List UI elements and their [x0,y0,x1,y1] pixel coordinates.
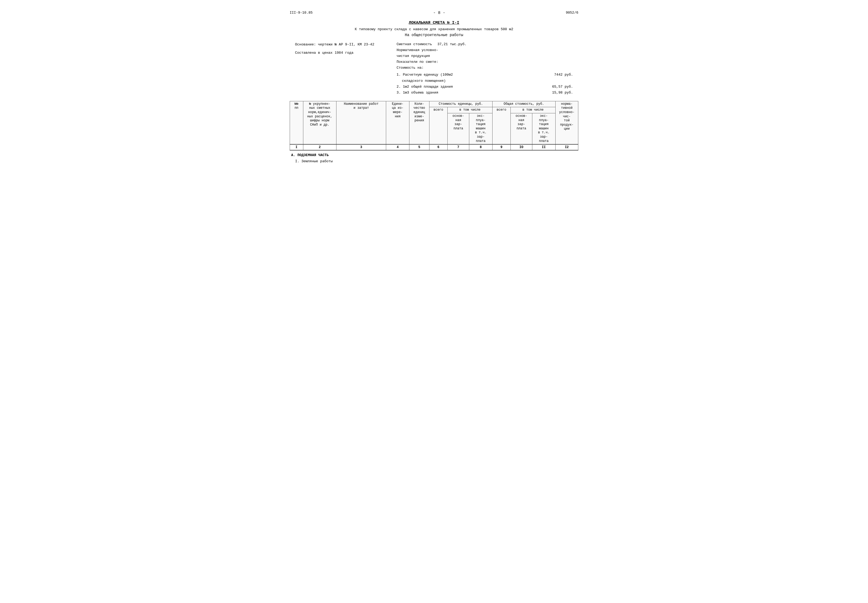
col-header-2: № укрупнен-ных сметныхнорм,единич-ных ра… [303,101,336,144]
subsection-1-label: I. Земляные работы [290,158,578,164]
col-header-3: Наименование работи затрат [336,101,386,144]
col-header-cost-total: Общая стоимость, руб. [492,101,555,107]
col-num-9: 9 [492,144,510,150]
col-num-11: II [532,144,555,150]
page-number: - 8 - [313,11,566,15]
cost-value: 37,21 тыс.руб. [437,42,466,47]
item1-sub: складского помещения) [402,78,446,84]
subtitle: К типовому проекту склада с навесом для … [290,27,578,31]
col-header-6: всего [429,107,447,144]
col-num-12: I2 [555,144,578,150]
item1-val: 7442 руб. [554,72,573,78]
cost-line: Сметная стоимость 37,21 тыс.руб. [397,42,573,47]
col-header-4: Едини-ца из-мере-ния [386,101,409,144]
col-header-9: всего [492,107,510,144]
subsection-1-header: I. Земляные работы [290,158,578,164]
section-a-label: А. ПОДЗЕМНАЯ ЧАСТЬ [290,150,578,158]
clean-label: чистая продукция [397,53,573,59]
normative-label: Нормативная условно- [397,47,573,53]
item3-label: 3. 1м3 объема здания [397,90,438,96]
basis-label: Основание: чертежи № АР 9-II, КМ 23-42 [295,42,386,48]
col-num-2: 2 [303,144,336,150]
section-a-header: А. ПОДЗЕМНАЯ ЧАСТЬ [290,150,578,158]
col-num-5: 5 [409,144,429,150]
col-num-4: 4 [386,144,409,150]
col-header-12: норма-тивнойусловно-чис-тойпродук-ции [555,101,578,144]
empty-row-1 [290,164,578,172]
title-section: ЛОКАЛЬНАЯ СМЕТА № I-I К типовому проекту… [290,20,578,37]
main-table: №№пп № укрупнен-ных сметныхнорм,единич-н… [290,101,578,172]
compiled-label: Составлена в ценах 1984 года [295,50,386,56]
col-header-in-that2: в том числе [511,107,556,113]
col-num-1: I [290,144,303,150]
work-type: На общестроительные работы [290,33,578,37]
col-num-10: IO [511,144,532,150]
col-num-3: 3 [336,144,386,150]
col-header-10: основ-наязар-плата [511,113,532,145]
col-header-cost-unit: Стоимость единицы, руб. [429,101,492,107]
col-header-11: экс-плуа-тациямашинв т.ч.зар-плата [532,113,555,145]
col-num-7: 7 [448,144,469,150]
col-num-8: 8 [469,144,492,150]
table-header-row1: №№пп № укрупнен-ных сметныхнорм,единич-н… [290,101,578,107]
col-num-6: 6 [429,144,447,150]
col-header-5: Коли-чествоединицизме-рения [409,101,429,144]
col-header-8: экс-плуа-тациямашинв т.ч.зар-плата [469,113,492,145]
indicators-label: Показатели по смете: [397,59,573,65]
doc-number: 9052/6 [566,11,578,15]
main-title: ЛОКАЛЬНАЯ СМЕТА № I-I [290,20,578,25]
table-col-numbers: I 2 3 4 5 6 7 8 9 IO II I2 [290,144,578,150]
cost-label: Сметная стоимость [397,42,432,47]
item2-val: 65,57 руб. [552,84,573,90]
item1-label: 1. Расчетную единицу (100м2 [397,72,453,78]
col-header-7: основ-наязар-плата [448,113,469,145]
col-header-1: №№пп [290,101,303,144]
indicators: 1. Расчетную единицу (100м2 7442 руб. ск… [397,72,573,96]
info-left: Основание: чертежи № АР 9-II, КМ 23-42 С… [295,42,386,96]
cost-by-label: Стоимость на: [397,65,573,71]
doc-reference: III-9-10.85 [290,11,313,15]
item3-val: 15,98 руб. [552,90,573,96]
info-right: Сметная стоимость 37,21 тыс.руб. Нормати… [397,42,573,96]
item2-label: 2. 1м2 общей площади здания [397,84,453,90]
col-header-in-that: в том числе [448,107,493,113]
page-header: III-9-10.85 - 8 - 9052/6 [290,11,578,15]
info-section: Основание: чертежи № АР 9-II, КМ 23-42 С… [290,42,578,96]
